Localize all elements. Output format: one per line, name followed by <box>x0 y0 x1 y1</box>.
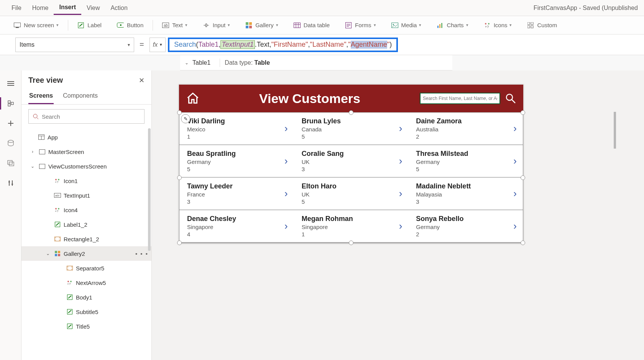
svg-line-88 <box>68 310 71 313</box>
tab-components[interactable]: Components <box>62 89 99 104</box>
resize-handle[interactable] <box>177 175 182 180</box>
list-item[interactable]: Tawny LeederFrance3› <box>179 178 294 209</box>
resize-handle[interactable] <box>521 110 525 115</box>
insert-icon[interactable] <box>3 116 18 131</box>
list-item[interactable]: Elton HaroUK5› <box>294 178 409 209</box>
data-icon[interactable] <box>3 136 18 151</box>
formula-input[interactable]: Search(Table1, TextInput1.Text, "FirstNa… <box>168 38 398 52</box>
tree-node-icon1[interactable]: +?Icon1 <box>21 173 151 188</box>
search-icon[interactable] <box>505 93 516 104</box>
svg-point-71 <box>55 240 56 241</box>
tree-node-textinput1[interactable]: ablTextInput1 <box>21 188 151 203</box>
chevron-right-icon[interactable]: › <box>513 220 521 232</box>
chevron-right-icon[interactable]: › <box>284 155 292 167</box>
menu-action[interactable]: Action <box>105 2 133 15</box>
chevron-right-icon[interactable]: › <box>399 188 406 200</box>
list-item[interactable]: Coralie SangUK3› <box>294 145 409 177</box>
close-icon[interactable]: ✕ <box>139 76 145 85</box>
tree-node-separator5[interactable]: Separator5 <box>21 261 151 275</box>
menu-insert[interactable]: Insert <box>54 1 81 15</box>
tree-node-label1_2[interactable]: Label1_2 <box>21 217 151 232</box>
media-rail-icon[interactable] <box>3 155 18 171</box>
item-body: 5 <box>302 198 337 205</box>
chevron-right-icon[interactable]: › <box>284 188 292 200</box>
list-item[interactable]: Viki DarlingMexico1› <box>179 113 294 144</box>
item-subtitle: France <box>187 191 233 198</box>
list-item[interactable]: Beau SpratlingGermany5› <box>179 145 294 177</box>
twisty-icon: ⌄ <box>44 251 51 256</box>
list-item[interactable]: Bruna LylesCanada5› <box>294 113 409 144</box>
menu-file[interactable]: File <box>6 2 27 15</box>
list-item[interactable]: Daine ZamoraAustralia2› <box>408 113 523 144</box>
tree-node-viewcustomersscreen[interactable]: ⌄ViewCustomersScreen <box>21 159 151 173</box>
hamburger-icon[interactable] <box>3 76 18 91</box>
tree-node-masterscreen[interactable]: ›MasterScreen <box>21 144 151 159</box>
tree-node-subtitle5[interactable]: Subtitle5 <box>21 304 151 319</box>
list-item[interactable]: Denae ChesleySingapore4› <box>179 210 294 242</box>
resize-handle[interactable] <box>177 110 182 115</box>
tab-screens[interactable]: Screens <box>28 89 54 104</box>
fx-button[interactable]: fx▾ <box>150 38 166 52</box>
chevron-right-icon[interactable]: › <box>399 155 406 167</box>
chevron-right-icon[interactable]: › <box>513 188 521 200</box>
chevron-right-icon[interactable]: › <box>284 220 292 232</box>
tree-search[interactable] <box>28 109 145 124</box>
tree-node-title5[interactable]: Title5 <box>21 319 151 334</box>
resize-handle[interactable] <box>521 175 525 180</box>
tree-node-gallery2[interactable]: ⌄Gallery2• • • <box>21 246 151 261</box>
property-dropdown[interactable]: Items▾ <box>15 38 134 52</box>
gallery-dropdown[interactable]: Gallery▾ <box>242 20 282 31</box>
item-body: 1 <box>302 231 353 237</box>
chevron-right-icon[interactable]: › <box>399 220 406 232</box>
tree-node-app[interactable]: App <box>21 130 151 144</box>
scrollbar[interactable] <box>614 112 616 149</box>
tree-node-nextarrow5[interactable]: +?NextArrow5 <box>21 275 151 290</box>
list-item[interactable]: Madaline NeblettMalayasia3› <box>408 178 523 209</box>
resize-handle[interactable] <box>521 241 525 245</box>
node-icon: +? <box>54 178 61 183</box>
table-icon <box>294 22 301 29</box>
tree-view-icon[interactable] <box>3 96 18 111</box>
tree-search-input[interactable] <box>42 113 140 120</box>
home-icon[interactable] <box>186 92 200 105</box>
tree-node-body1[interactable]: Body1 <box>21 290 151 304</box>
pencil-icon[interactable]: ✎ <box>181 114 190 123</box>
label-button[interactable]: Label <box>74 20 105 31</box>
svg-point-69 <box>55 237 56 238</box>
new-screen-button[interactable]: New screen▾ <box>10 20 62 31</box>
chevron-right-icon[interactable]: › <box>284 123 292 134</box>
resize-handle[interactable] <box>349 110 353 115</box>
charts-dropdown[interactable]: Charts▾ <box>433 20 472 31</box>
menu-home[interactable]: Home <box>27 2 54 15</box>
chevron-right-icon[interactable]: › <box>399 123 406 134</box>
input-dropdown[interactable]: Input▾ <box>199 20 234 31</box>
list-item[interactable]: Thresa MilsteadGermany5› <box>408 145 523 177</box>
list-item[interactable]: Sonya RebelloGermany2› <box>408 210 523 242</box>
data-table-button[interactable]: Data table <box>290 20 334 31</box>
media-dropdown[interactable]: Media▾ <box>388 20 426 31</box>
item-title: Coralie Sang <box>302 150 344 158</box>
canvas[interactable]: View Customers ✎ Viki DarlingMexico1›Bru… <box>152 70 644 360</box>
icons-dropdown[interactable]: +? Icons▾ <box>480 20 516 31</box>
forms-dropdown[interactable]: Forms▾ <box>341 20 380 31</box>
list-item[interactable]: Megan RohmanSingapore1› <box>294 210 409 242</box>
gallery-control[interactable]: ✎ Viki DarlingMexico1›Bruna LylesCanada5… <box>179 112 523 243</box>
chevron-right-icon[interactable]: › <box>513 155 521 167</box>
chevron-right-icon[interactable]: › <box>513 123 521 134</box>
chevron-down-icon: ▾ <box>185 23 187 28</box>
svg-rect-41 <box>11 102 13 105</box>
svg-point-81 <box>71 269 72 270</box>
resize-handle[interactable] <box>349 241 353 245</box>
button-button[interactable]: Button <box>113 20 147 31</box>
tree-node-rectangle1_2[interactable]: Rectangle1_2 <box>21 232 151 246</box>
tools-icon[interactable] <box>3 175 18 191</box>
resize-handle[interactable] <box>177 241 182 245</box>
more-icon[interactable]: • • • <box>135 250 148 257</box>
custom-button[interactable]: Custom <box>523 20 561 31</box>
menu-view[interactable]: View <box>81 2 105 15</box>
text-dropdown[interactable]: ab Text▾ <box>158 20 191 31</box>
intellisense-bar[interactable]: ⌄ Table1 Data type: Table <box>180 55 452 70</box>
text-icon: ab <box>162 22 169 29</box>
tree-node-icon4[interactable]: +?Icon4 <box>21 203 151 217</box>
search-input[interactable] <box>420 93 500 104</box>
